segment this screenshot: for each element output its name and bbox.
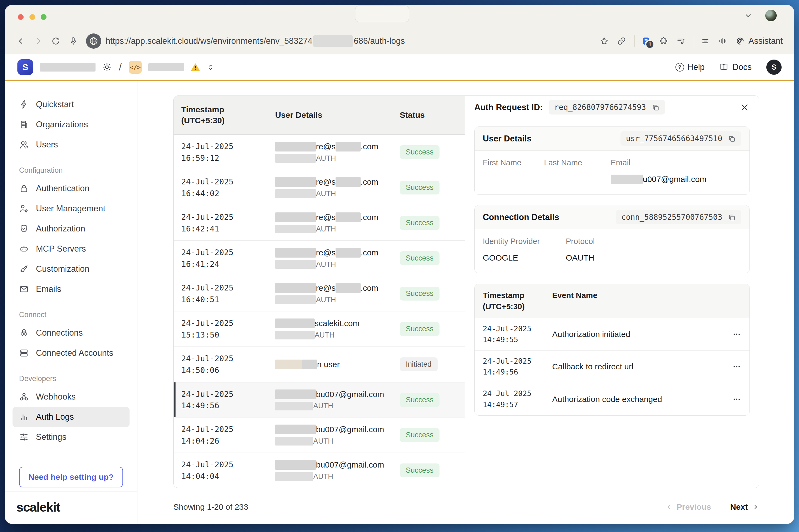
event-menu-icon[interactable] (724, 329, 749, 339)
user-visible-text: bu007@gmail.com (316, 390, 384, 399)
browser-tab-notch[interactable] (355, 5, 409, 22)
table-row[interactable]: 24-Jul-202516:44:02re@s.comAUTHSuccess (174, 170, 465, 205)
sidebar-item-webhooks[interactable]: Webhooks (13, 387, 130, 407)
close-icon[interactable] (739, 102, 750, 113)
previous-label: Previous (676, 502, 711, 512)
sidebar-item-label: Settings (36, 432, 67, 442)
user-visible-text: re@s (316, 213, 336, 222)
sidebar-item-authorization[interactable]: Authorization (13, 219, 130, 239)
back-icon[interactable] (16, 36, 25, 46)
row-user-details: n user (275, 360, 395, 369)
showing-count: Showing 1-20 of 233 (173, 502, 248, 512)
sidebar-item-customization[interactable]: Customization (13, 259, 130, 279)
sidebar-item-mcp-servers[interactable]: MCP Servers (13, 239, 130, 259)
zoom-window-button[interactable] (41, 14, 47, 20)
table-row[interactable]: 24-Jul-202516:41:24re@s.comAUTHSuccess (174, 241, 465, 276)
redacted-text (275, 154, 316, 163)
bookmark-star-icon[interactable] (599, 36, 609, 46)
sidebar-item-label: Auth Logs (36, 412, 74, 422)
sidebar-item-auth-logs[interactable]: Auth Logs (13, 407, 130, 427)
sidebar-item-authentication[interactable]: Authentication (13, 178, 130, 198)
first-name-label: First Name (483, 158, 544, 167)
previous-page-button[interactable]: Previous (665, 502, 711, 512)
extensions-puzzle-icon[interactable] (659, 36, 668, 46)
browser-profile-avatar[interactable] (765, 10, 777, 21)
user-id-chip: usr_77567465663497510 (620, 131, 741, 146)
event-row[interactable]: 24-Jul-202514:49:57Authorization code ex… (475, 383, 749, 415)
user-visible-text: bu007@gmail.com (316, 460, 384, 470)
table-row[interactable]: 24-Jul-202514:04:04bu007@gmail.comAUTHSu… (174, 453, 465, 488)
mic-icon[interactable] (69, 36, 78, 46)
event-menu-icon[interactable] (724, 394, 749, 404)
password-manager-icon[interactable]: 1 (642, 36, 651, 46)
sidebar-item-settings[interactable]: Settings (13, 427, 130, 447)
copy-link-icon[interactable] (617, 36, 626, 46)
row-timestamp: 24-Jul-202514:49:56 (174, 388, 275, 411)
user-visible-text: re@s (316, 248, 336, 257)
sidebar-item-connected-accounts[interactable]: Connected Accounts (13, 343, 130, 363)
row-timestamp: 24-Jul-202516:41:24 (174, 247, 275, 269)
protocol-value: OAUTH (566, 252, 741, 263)
sidebar-item-label: Authorization (36, 224, 85, 234)
user-avatar[interactable]: S (766, 60, 782, 75)
workspace-avatar[interactable]: S (17, 59, 33, 75)
table-row[interactable]: 24-Jul-202515:13:50scalekit.comAUTHSucce… (174, 311, 465, 347)
row-status: Success (395, 251, 465, 265)
docs-button[interactable]: Docs (719, 62, 751, 72)
reload-icon[interactable] (51, 36, 60, 46)
sidebar-item-users[interactable]: Users (13, 135, 130, 155)
copy-icon[interactable] (728, 213, 736, 222)
assistant-button[interactable]: Assistant (736, 36, 783, 46)
table-row[interactable]: 24-Jul-202516:42:41re@s.comAUTHSuccess (174, 205, 465, 241)
waveform-icon[interactable] (718, 36, 727, 46)
assistant-label: Assistant (748, 36, 783, 46)
table-row[interactable]: 24-Jul-202514:49:56bu007@gmail.comAUTHSu… (174, 382, 465, 418)
minimize-window-button[interactable] (30, 14, 35, 20)
address-bar[interactable]: https://app.scalekit.cloud/ws/environmen… (106, 35, 405, 47)
need-help-button[interactable]: Need help setting up? (19, 467, 123, 488)
webhook-icon (19, 392, 29, 402)
logs-table-header: Timestamp (UTC+5:30) User Details Status (174, 96, 465, 135)
copy-icon[interactable] (651, 103, 659, 112)
gear-icon[interactable] (102, 62, 112, 72)
copy-icon[interactable] (728, 135, 736, 143)
user-visible-text: .com (360, 283, 378, 293)
help-button[interactable]: ? Help (675, 62, 705, 72)
table-row[interactable]: 24-Jul-202514:50:06n userInitiated (174, 347, 465, 382)
row-timestamp: 24-Jul-202516:44:02 (174, 176, 275, 199)
sidebar-item-label: Authentication (36, 184, 89, 193)
redacted-text (336, 248, 360, 258)
event-menu-icon[interactable] (724, 362, 749, 372)
events-card: Timestamp (UTC+5:30) Event Name 24-Jul-2… (474, 284, 750, 416)
user-visible-text: AUTH (313, 437, 333, 445)
redacted-text (275, 390, 316, 399)
next-page-button[interactable]: Next (730, 502, 759, 512)
event-row[interactable]: 24-Jul-202514:49:56Callback to redirect … (475, 350, 749, 383)
table-row[interactable]: 24-Jul-202516:59:12re@s.comAUTHSuccess (174, 135, 465, 170)
event-row[interactable]: 24-Jul-202514:49:55Authorization initiat… (475, 318, 749, 350)
sidebar-item-emails[interactable]: Emails (13, 279, 130, 299)
reader-list-icon[interactable] (701, 36, 710, 46)
sidebar-item-label: Connected Accounts (36, 348, 113, 358)
user-visible-text: bu007@gmail.com (316, 425, 384, 434)
media-playlist-icon[interactable] (676, 36, 686, 46)
redacted-text (275, 142, 316, 152)
sidebar-item-user-management[interactable]: User Management (13, 198, 130, 219)
sidebar-item-quickstart[interactable]: Quickstart (13, 94, 130, 114)
event-timestamp: 24-Jul-202514:49:55 (475, 323, 552, 345)
sidebar-item-organizations[interactable]: Organizations (13, 114, 130, 135)
sidebar-item-label: Webhooks (36, 392, 76, 402)
table-row[interactable]: 24-Jul-202514:04:26bu007@gmail.comAUTHSu… (174, 418, 465, 453)
table-row[interactable]: 24-Jul-202516:40:51re@s.comAUTHSuccess (174, 276, 465, 311)
close-window-button[interactable] (18, 14, 24, 20)
detail-panel: Auth Request ID: req_8268079766274593 (465, 96, 759, 488)
user-visible-text: AUTH (313, 402, 333, 410)
sidebar-item-connections[interactable]: Connections (13, 323, 130, 343)
environment-icon[interactable]: </> (129, 61, 142, 74)
forward-icon[interactable] (34, 36, 43, 46)
environment-selector-icon[interactable] (207, 63, 215, 71)
chevron-down-icon[interactable] (743, 11, 753, 20)
first-name-value (483, 174, 544, 185)
shield-icon (19, 224, 29, 234)
status-badge: Success (400, 287, 440, 301)
